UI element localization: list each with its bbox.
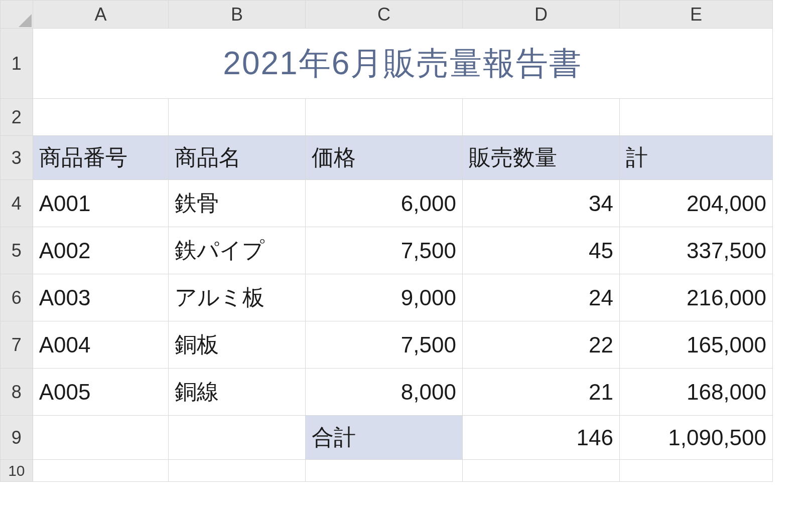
summary-qty[interactable]: 146 bbox=[462, 416, 619, 460]
cell-D10[interactable] bbox=[462, 460, 619, 482]
col-header-E[interactable]: E bbox=[620, 1, 773, 29]
header-product-name[interactable]: 商品名 bbox=[169, 136, 306, 180]
cell-C5[interactable]: 7,500 bbox=[305, 227, 462, 274]
cell-A6[interactable]: A003 bbox=[33, 274, 169, 321]
col-header-B[interactable]: B bbox=[169, 1, 306, 29]
cell-D4[interactable]: 34 bbox=[462, 180, 619, 227]
cell-C8[interactable]: 8,000 bbox=[305, 369, 462, 416]
cell-E5[interactable]: 337,500 bbox=[620, 227, 773, 274]
header-total[interactable]: 計 bbox=[620, 136, 773, 180]
cell-E4[interactable]: 204,000 bbox=[620, 180, 773, 227]
cell-B8[interactable]: 銅線 bbox=[169, 369, 306, 416]
cell-B5[interactable]: 鉄パイプ bbox=[169, 227, 306, 274]
svg-marker-0 bbox=[19, 14, 32, 27]
row-header-8[interactable]: 8 bbox=[1, 369, 33, 416]
summary-label[interactable]: 合計 bbox=[305, 416, 462, 460]
cell-B7[interactable]: 銅板 bbox=[169, 321, 306, 369]
cell-B10[interactable] bbox=[169, 460, 306, 482]
select-all-corner[interactable] bbox=[1, 1, 33, 29]
header-qty[interactable]: 販売数量 bbox=[462, 136, 619, 180]
row-header-4[interactable]: 4 bbox=[1, 180, 33, 227]
cell-B6[interactable]: アルミ板 bbox=[169, 274, 306, 321]
cell-E2[interactable] bbox=[620, 99, 773, 136]
cell-E8[interactable]: 168,000 bbox=[620, 369, 773, 416]
spreadsheet-grid[interactable]: A B C D E 1 2021年6月販売量報告書 2 3 商品番号 商品名 価… bbox=[0, 0, 773, 482]
cell-C2[interactable] bbox=[305, 99, 462, 136]
cell-A5[interactable]: A002 bbox=[33, 227, 169, 274]
cell-B4[interactable]: 鉄骨 bbox=[169, 180, 306, 227]
summary-total[interactable]: 1,090,500 bbox=[620, 416, 773, 460]
cell-D6[interactable]: 24 bbox=[462, 274, 619, 321]
report-title[interactable]: 2021年6月販売量報告書 bbox=[33, 29, 772, 99]
cell-A9[interactable] bbox=[33, 416, 169, 460]
cell-E7[interactable]: 165,000 bbox=[620, 321, 773, 369]
cell-E10[interactable] bbox=[620, 460, 773, 482]
cell-A10[interactable] bbox=[33, 460, 169, 482]
header-price[interactable]: 価格 bbox=[305, 136, 462, 180]
cell-C10[interactable] bbox=[305, 460, 462, 482]
cell-B2[interactable] bbox=[169, 99, 306, 136]
cell-C4[interactable]: 6,000 bbox=[305, 180, 462, 227]
header-product-no[interactable]: 商品番号 bbox=[33, 136, 169, 180]
cell-A7[interactable]: A004 bbox=[33, 321, 169, 369]
cell-A4[interactable]: A001 bbox=[33, 180, 169, 227]
row-header-9[interactable]: 9 bbox=[1, 416, 33, 460]
row-header-10[interactable]: 10 bbox=[1, 460, 33, 482]
cell-B9[interactable] bbox=[169, 416, 306, 460]
cell-C6[interactable]: 9,000 bbox=[305, 274, 462, 321]
cell-A2[interactable] bbox=[33, 99, 169, 136]
cell-D8[interactable]: 21 bbox=[462, 369, 619, 416]
row-header-1[interactable]: 1 bbox=[1, 29, 33, 99]
cell-D5[interactable]: 45 bbox=[462, 227, 619, 274]
row-header-3[interactable]: 3 bbox=[1, 136, 33, 180]
cell-E6[interactable]: 216,000 bbox=[620, 274, 773, 321]
row-header-5[interactable]: 5 bbox=[1, 227, 33, 274]
col-header-D[interactable]: D bbox=[462, 1, 619, 29]
cell-D2[interactable] bbox=[462, 99, 619, 136]
row-header-7[interactable]: 7 bbox=[1, 321, 33, 369]
row-header-2[interactable]: 2 bbox=[1, 99, 33, 136]
cell-C7[interactable]: 7,500 bbox=[305, 321, 462, 369]
col-header-A[interactable]: A bbox=[33, 1, 169, 29]
row-header-6[interactable]: 6 bbox=[1, 274, 33, 321]
cell-A8[interactable]: A005 bbox=[33, 369, 169, 416]
cell-D7[interactable]: 22 bbox=[462, 321, 619, 369]
col-header-C[interactable]: C bbox=[305, 1, 462, 29]
